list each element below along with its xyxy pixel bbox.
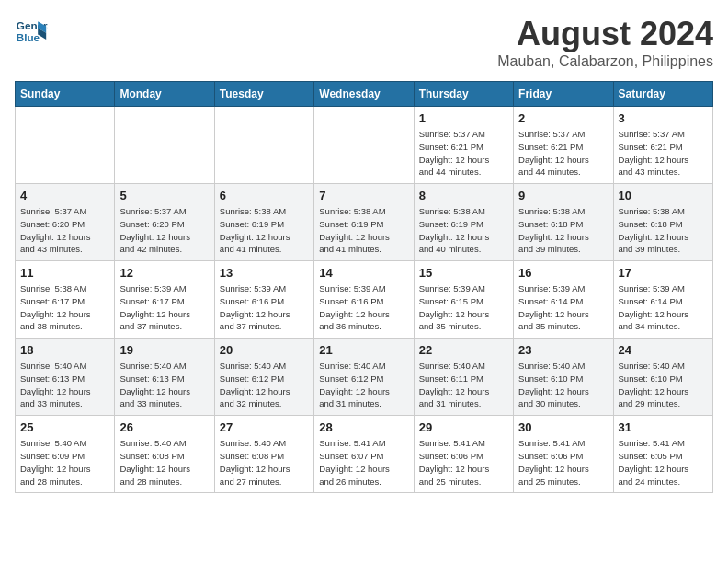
day-cell: 31Sunrise: 5:41 AM Sunset: 6:05 PM Dayli…	[613, 416, 712, 493]
svg-text:Blue: Blue	[17, 31, 40, 43]
day-info: Sunrise: 5:38 AM Sunset: 6:19 PM Dayligh…	[220, 205, 309, 256]
day-cell	[115, 107, 214, 184]
week-row-5: 25Sunrise: 5:40 AM Sunset: 6:09 PM Dayli…	[16, 416, 713, 493]
day-info: Sunrise: 5:40 AM Sunset: 6:11 PM Dayligh…	[419, 360, 508, 410]
day-info: Sunrise: 5:37 AM Sunset: 6:21 PM Dayligh…	[619, 128, 708, 178]
day-number: 8	[419, 189, 508, 202]
day-info: Sunrise: 5:40 AM Sunset: 6:12 PM Dayligh…	[220, 360, 309, 410]
day-number: 1	[419, 111, 508, 125]
day-cell	[16, 107, 115, 184]
day-info: Sunrise: 5:41 AM Sunset: 6:05 PM Dayligh…	[619, 437, 708, 488]
day-info: Sunrise: 5:40 AM Sunset: 6:08 PM Dayligh…	[220, 437, 309, 488]
day-info: Sunrise: 5:39 AM Sunset: 6:14 PM Dayligh…	[518, 282, 608, 333]
day-cell: 28Sunrise: 5:41 AM Sunset: 6:07 PM Dayli…	[314, 416, 414, 493]
day-info: Sunrise: 5:38 AM Sunset: 6:19 PM Dayligh…	[419, 205, 508, 256]
day-number: 9	[518, 189, 608, 202]
day-number: 12	[119, 266, 209, 280]
day-cell: 1Sunrise: 5:37 AM Sunset: 6:21 PM Daylig…	[414, 107, 513, 184]
day-number: 31	[619, 420, 708, 434]
weekday-header-row: SundayMondayTuesdayWednesdayThursdayFrid…	[16, 82, 713, 107]
day-number: 15	[419, 266, 508, 280]
day-info: Sunrise: 5:38 AM Sunset: 6:19 PM Dayligh…	[319, 205, 408, 256]
day-cell: 26Sunrise: 5:40 AM Sunset: 6:08 PM Dayli…	[115, 416, 214, 493]
day-cell: 24Sunrise: 5:40 AM Sunset: 6:10 PM Dayli…	[613, 339, 712, 416]
day-number: 3	[619, 111, 708, 125]
day-cell: 2Sunrise: 5:37 AM Sunset: 6:21 PM Daylig…	[514, 107, 613, 184]
weekday-header-monday: Monday	[115, 82, 214, 107]
day-cell: 19Sunrise: 5:40 AM Sunset: 6:13 PM Dayli…	[115, 339, 214, 416]
weekday-header-saturday: Saturday	[613, 82, 712, 107]
day-info: Sunrise: 5:39 AM Sunset: 6:15 PM Dayligh…	[419, 282, 508, 333]
day-number: 19	[119, 343, 209, 357]
day-number: 17	[619, 266, 708, 280]
day-cell: 20Sunrise: 5:40 AM Sunset: 6:12 PM Dayli…	[214, 339, 313, 416]
day-cell: 23Sunrise: 5:40 AM Sunset: 6:10 PM Dayli…	[514, 339, 613, 416]
day-info: Sunrise: 5:41 AM Sunset: 6:06 PM Dayligh…	[518, 437, 608, 488]
calendar-table: SundayMondayTuesdayWednesdayThursdayFrid…	[15, 81, 713, 493]
day-info: Sunrise: 5:37 AM Sunset: 6:21 PM Dayligh…	[419, 128, 508, 178]
day-info: Sunrise: 5:40 AM Sunset: 6:09 PM Dayligh…	[20, 437, 109, 488]
day-cell: 22Sunrise: 5:40 AM Sunset: 6:11 PM Dayli…	[414, 339, 513, 416]
day-number: 22	[419, 343, 508, 357]
weekday-header-friday: Friday	[514, 82, 613, 107]
title-area: August 2024 Mauban, Calabarzon, Philippi…	[497, 15, 713, 70]
day-number: 16	[518, 266, 608, 280]
day-info: Sunrise: 5:37 AM Sunset: 6:20 PM Dayligh…	[20, 205, 109, 256]
day-cell: 8Sunrise: 5:38 AM Sunset: 6:19 PM Daylig…	[414, 184, 513, 261]
week-row-2: 4Sunrise: 5:37 AM Sunset: 6:20 PM Daylig…	[16, 184, 713, 261]
day-number: 18	[20, 343, 109, 357]
calendar-title: August 2024	[497, 15, 713, 53]
day-cell: 16Sunrise: 5:39 AM Sunset: 6:14 PM Dayli…	[514, 261, 613, 339]
day-number: 23	[518, 343, 608, 357]
day-info: Sunrise: 5:38 AM Sunset: 6:17 PM Dayligh…	[20, 282, 109, 333]
header: General Blue August 2024 Mauban, Calabar…	[15, 15, 713, 70]
day-cell: 7Sunrise: 5:38 AM Sunset: 6:19 PM Daylig…	[314, 184, 414, 261]
logo-icon: General Blue	[15, 15, 48, 48]
day-info: Sunrise: 5:39 AM Sunset: 6:16 PM Dayligh…	[220, 282, 309, 333]
day-info: Sunrise: 5:40 AM Sunset: 6:13 PM Dayligh…	[119, 360, 209, 410]
day-number: 29	[419, 420, 508, 434]
day-info: Sunrise: 5:41 AM Sunset: 6:07 PM Dayligh…	[319, 437, 408, 488]
day-cell: 12Sunrise: 5:39 AM Sunset: 6:17 PM Dayli…	[115, 261, 214, 339]
day-number: 24	[619, 343, 708, 357]
day-number: 27	[220, 420, 309, 434]
day-info: Sunrise: 5:37 AM Sunset: 6:20 PM Dayligh…	[119, 205, 209, 256]
week-row-4: 18Sunrise: 5:40 AM Sunset: 6:13 PM Dayli…	[16, 339, 713, 416]
day-cell: 17Sunrise: 5:39 AM Sunset: 6:14 PM Dayli…	[613, 261, 712, 339]
day-info: Sunrise: 5:40 AM Sunset: 6:10 PM Dayligh…	[518, 360, 608, 410]
calendar-subtitle: Mauban, Calabarzon, Philippines	[497, 53, 713, 70]
day-info: Sunrise: 5:41 AM Sunset: 6:06 PM Dayligh…	[419, 437, 508, 488]
day-cell: 10Sunrise: 5:38 AM Sunset: 6:18 PM Dayli…	[613, 184, 712, 261]
week-row-1: 1Sunrise: 5:37 AM Sunset: 6:21 PM Daylig…	[16, 107, 713, 184]
day-number: 25	[20, 420, 109, 434]
day-info: Sunrise: 5:40 AM Sunset: 6:10 PM Dayligh…	[619, 360, 708, 410]
day-info: Sunrise: 5:39 AM Sunset: 6:16 PM Dayligh…	[319, 282, 408, 333]
weekday-header-thursday: Thursday	[414, 82, 513, 107]
weekday-header-wednesday: Wednesday	[314, 82, 414, 107]
day-info: Sunrise: 5:39 AM Sunset: 6:14 PM Dayligh…	[619, 282, 708, 333]
day-number: 13	[220, 266, 309, 280]
weekday-header-sunday: Sunday	[16, 82, 115, 107]
day-info: Sunrise: 5:37 AM Sunset: 6:21 PM Dayligh…	[518, 128, 608, 178]
day-info: Sunrise: 5:40 AM Sunset: 6:13 PM Dayligh…	[20, 360, 109, 410]
day-info: Sunrise: 5:38 AM Sunset: 6:18 PM Dayligh…	[619, 205, 708, 256]
day-cell: 21Sunrise: 5:40 AM Sunset: 6:12 PM Dayli…	[314, 339, 414, 416]
day-number: 30	[518, 420, 608, 434]
day-cell: 25Sunrise: 5:40 AM Sunset: 6:09 PM Dayli…	[16, 416, 115, 493]
day-number: 2	[518, 111, 608, 125]
day-cell: 4Sunrise: 5:37 AM Sunset: 6:20 PM Daylig…	[16, 184, 115, 261]
weekday-header-tuesday: Tuesday	[214, 82, 313, 107]
day-number: 14	[319, 266, 408, 280]
day-cell: 9Sunrise: 5:38 AM Sunset: 6:18 PM Daylig…	[514, 184, 613, 261]
day-info: Sunrise: 5:40 AM Sunset: 6:12 PM Dayligh…	[319, 360, 408, 410]
day-info: Sunrise: 5:39 AM Sunset: 6:17 PM Dayligh…	[119, 282, 209, 333]
day-cell: 5Sunrise: 5:37 AM Sunset: 6:20 PM Daylig…	[115, 184, 214, 261]
day-info: Sunrise: 5:38 AM Sunset: 6:18 PM Dayligh…	[518, 205, 608, 256]
day-cell: 27Sunrise: 5:40 AM Sunset: 6:08 PM Dayli…	[214, 416, 313, 493]
day-number: 21	[319, 343, 408, 357]
day-number: 5	[119, 189, 209, 202]
day-number: 6	[220, 189, 309, 202]
logo: General Blue	[15, 15, 48, 48]
day-cell: 15Sunrise: 5:39 AM Sunset: 6:15 PM Dayli…	[414, 261, 513, 339]
day-number: 11	[20, 266, 109, 280]
